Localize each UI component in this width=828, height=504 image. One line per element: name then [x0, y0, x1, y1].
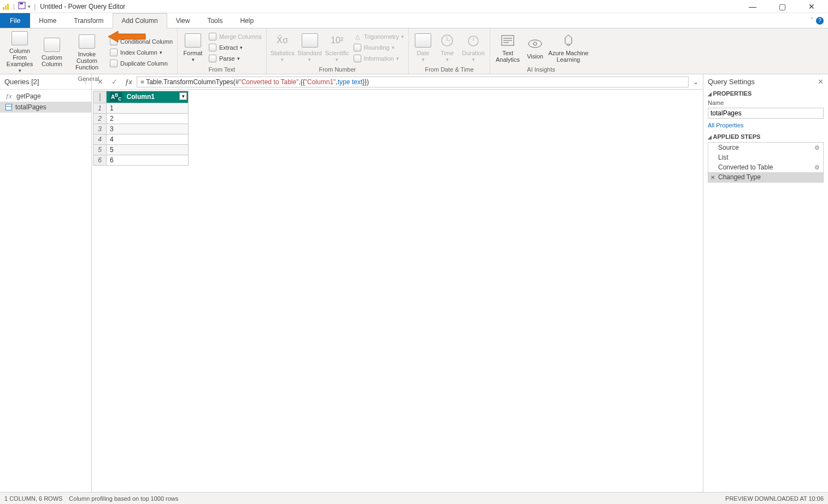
minimize-button[interactable]: —	[743, 2, 762, 11]
row-number: 5	[93, 145, 107, 155]
format-button[interactable]: Format ▾	[180, 32, 206, 64]
information-button[interactable]: Information	[352, 54, 405, 63]
rounding-button[interactable]: Rounding	[352, 43, 405, 52]
close-settings-icon[interactable]: ✕	[818, 78, 824, 86]
row-number: 6	[93, 155, 107, 166]
cell[interactable]: 1	[107, 103, 189, 114]
properties-section-header[interactable]: PROPERTIES	[708, 90, 824, 97]
gear-icon[interactable]: ⚙	[814, 144, 820, 151]
ribbon-group-general: Column From Examples ▾ Custom Column Inv…	[0, 28, 178, 74]
cell[interactable]: 2	[107, 114, 189, 124]
azure-ml-button[interactable]: Azure Machine Learning	[547, 32, 590, 64]
formula-cancel-button[interactable]: ✕	[94, 78, 106, 86]
invoke-custom-function-button[interactable]: Invoke Custom Function	[67, 33, 107, 72]
scientific-button[interactable]: 10²Scientific▾	[324, 32, 351, 64]
table-row[interactable]: 55	[93, 145, 189, 155]
statistics-button[interactable]: X̄σStatistics▾	[269, 32, 296, 64]
cell[interactable]: 5	[107, 145, 189, 155]
collapse-queries-icon[interactable]: 〈	[81, 78, 87, 86]
statistics-label: Statistics	[271, 50, 295, 56]
query-item-label: getPage	[16, 92, 41, 100]
trigonometry-label: Trigonometry	[364, 33, 399, 40]
tab-tools[interactable]: Tools	[198, 13, 231, 28]
column-filter-icon[interactable]: ▾	[179, 92, 187, 100]
extract-icon	[208, 43, 217, 52]
query-name-input[interactable]	[708, 108, 824, 119]
time-button[interactable]: Time▾	[435, 32, 459, 64]
help-icon[interactable]: ?	[816, 17, 824, 25]
table-row[interactable]: 22	[93, 114, 189, 124]
center-area: ✕ ✓ ƒx = Table.TransformColumnTypes(#"Co…	[92, 74, 703, 492]
trigonometry-button[interactable]: △Trigonometry	[352, 32, 405, 42]
scientific-label: Scientific	[325, 50, 349, 56]
tab-file[interactable]: File	[0, 13, 30, 28]
duplicate-column-button[interactable]: Duplicate Column	[108, 58, 174, 68]
duration-button[interactable]: Duration▾	[459, 32, 488, 64]
table-row[interactable]: 44	[93, 134, 189, 145]
tab-help[interactable]: Help	[231, 13, 262, 28]
close-button[interactable]: ✕	[802, 2, 821, 11]
column-from-examples-icon	[11, 31, 28, 46]
gear-icon[interactable]: ⚙	[814, 164, 820, 171]
parse-button[interactable]: Parse	[207, 54, 263, 63]
tab-home[interactable]: Home	[30, 13, 65, 28]
qat-dropdown-icon[interactable]: ▾	[28, 4, 31, 9]
formula-text: "Column1"	[305, 78, 336, 86]
applied-step[interactable]: ✕Changed Type	[708, 172, 823, 182]
table-row[interactable]: 33	[93, 124, 189, 134]
tab-add-column[interactable]: Add Column	[113, 13, 167, 28]
format-icon	[184, 33, 202, 48]
save-icon[interactable]	[18, 2, 26, 11]
tab-transform[interactable]: Transform	[65, 13, 112, 28]
text-analytics-button[interactable]: Text Analytics	[492, 32, 523, 64]
index-column-button[interactable]: Index Column	[108, 48, 174, 57]
query-item-totalpages[interactable]: totalPages	[0, 102, 91, 113]
custom-column-label: Custom Column	[42, 54, 62, 67]
applied-steps-section-header[interactable]: APPLIED STEPS	[708, 133, 824, 140]
svg-point-14	[528, 40, 542, 48]
date-button[interactable]: Date▾	[411, 32, 435, 64]
ribbon-group-from-number: X̄σStatistics▾ Standard▾ 10²Scientific▾ …	[267, 28, 409, 74]
merge-columns-button[interactable]: Merge Columns	[207, 32, 263, 42]
formula-commit-button[interactable]: ✓	[108, 78, 120, 86]
data-grid: ABC Column1 ▾ 112233445566	[92, 90, 703, 492]
tab-view[interactable]: View	[167, 13, 199, 28]
applied-step[interactable]: List	[708, 153, 823, 162]
delete-step-icon[interactable]: ✕	[710, 174, 715, 180]
conditional-column-button[interactable]: Conditional Column	[108, 37, 174, 46]
table-row[interactable]: 66	[93, 155, 189, 166]
cell[interactable]: 4	[107, 134, 189, 145]
applied-step[interactable]: Converted to Table⚙	[708, 162, 823, 172]
formula-expand-button[interactable]: ⌄	[691, 78, 701, 86]
status-profiling: Column profiling based on top 1000 rows	[69, 495, 178, 502]
formula-input[interactable]: = Table.TransformColumnTypes(#"Converted…	[137, 77, 689, 87]
vision-button[interactable]: Vision	[523, 35, 547, 61]
text-analytics-label: Text Analytics	[496, 50, 520, 63]
information-label: Information	[364, 55, 394, 62]
row-number: 3	[93, 124, 107, 134]
column-header[interactable]: ABC Column1 ▾	[107, 91, 189, 103]
cell[interactable]: 3	[107, 124, 189, 134]
formula-text: type text	[338, 78, 362, 86]
standard-button[interactable]: Standard▾	[296, 32, 324, 64]
azure-ml-icon	[560, 33, 577, 48]
collapse-ribbon-icon[interactable]: ˆ	[811, 17, 813, 24]
applied-step[interactable]: Source⚙	[708, 143, 823, 153]
function-icon: ƒx	[5, 93, 13, 99]
column-from-examples-button[interactable]: Column From Examples ▾	[2, 30, 37, 75]
custom-column-button[interactable]: Custom Column	[37, 36, 67, 68]
query-item-getpage[interactable]: ƒx getPage	[0, 91, 91, 102]
merge-columns-label: Merge Columns	[219, 33, 262, 40]
text-analytics-icon	[499, 33, 516, 48]
row-number: 2	[93, 114, 107, 124]
duplicate-column-label: Duplicate Column	[120, 60, 168, 67]
extract-button[interactable]: Extract	[207, 43, 263, 52]
step-label: Converted to Table	[718, 163, 773, 171]
fx-icon[interactable]: ƒx	[122, 78, 134, 86]
table-row[interactable]: 11	[93, 103, 189, 114]
table-corner[interactable]	[93, 91, 107, 103]
all-properties-link[interactable]: All Properties	[708, 122, 743, 128]
maximize-button[interactable]: ▢	[772, 2, 792, 11]
cell[interactable]: 6	[107, 155, 189, 166]
status-bar: 1 COLUMN, 6 ROWS Column profiling based …	[0, 492, 828, 504]
